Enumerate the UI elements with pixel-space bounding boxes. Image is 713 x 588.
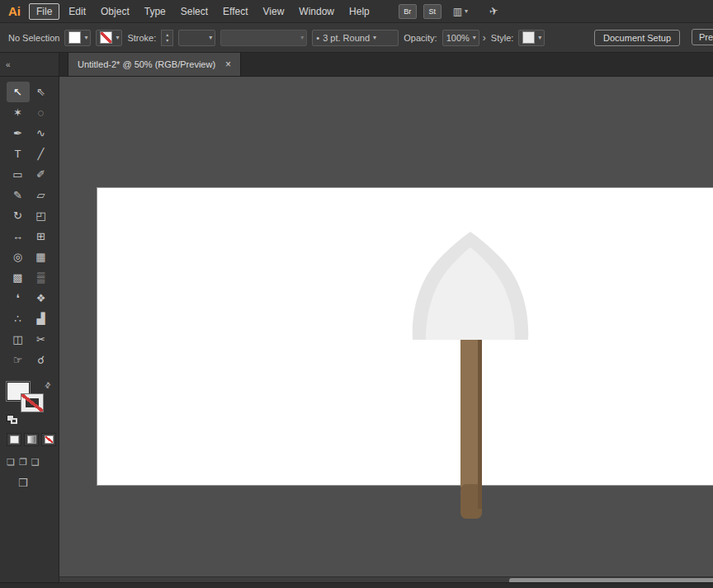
color-button[interactable]	[7, 433, 21, 446]
menu-window[interactable]: Window	[291, 3, 342, 20]
tool-hand-button[interactable]: ☞	[7, 350, 30, 370]
tool-pen-button[interactable]: ✒	[7, 123, 30, 143]
opacity-value: 100%	[446, 33, 470, 43]
tool-scale-button[interactable]: ◰	[30, 205, 53, 226]
pencil-tool-icon: ✎	[13, 189, 22, 201]
slice-tool-icon: ✂	[36, 333, 45, 346]
eraser-tool-icon: ▱	[37, 189, 45, 201]
tool-lasso-button[interactable]: ◌	[30, 102, 53, 123]
tool-perspective-grid-button[interactable]: ▦	[30, 247, 53, 267]
tool-mesh-button[interactable]: ▩	[7, 267, 30, 288]
close-icon[interactable]: ×	[225, 59, 231, 70]
overflow-arrow-icon[interactable]: ›	[483, 32, 486, 44]
artboard-tool-icon: ◫	[12, 333, 22, 346]
document-tab[interactable]: Untitled-2* @ 50% (RGB/Preview) ×	[68, 53, 241, 76]
tool-slice-button[interactable]: ✂	[30, 329, 53, 350]
menu-type[interactable]: Type	[137, 3, 173, 20]
gradient-tool-icon: ▒	[37, 271, 45, 284]
screen-mode-button[interactable]: ❒	[18, 477, 59, 489]
stroke-none-swatch-icon	[100, 31, 112, 44]
shape-builder-tool-icon: ◎	[13, 251, 22, 263]
column-graph-tool-icon: ▟	[37, 313, 45, 325]
stroke-weight-stepper[interactable]: ▴ ▾	[161, 30, 173, 46]
menu-edit[interactable]: Edit	[61, 3, 93, 20]
paintbrush-tool-icon: ✐	[36, 168, 45, 181]
tool-type-button[interactable]: T	[7, 143, 30, 164]
chevron-down-icon: ▾	[300, 34, 304, 41]
workspace-grid-icon: ▥	[453, 6, 462, 17]
menu-help[interactable]: Help	[342, 3, 377, 20]
stock-button[interactable]: St	[423, 4, 441, 19]
tool-gradient-button[interactable]: ▒	[30, 267, 53, 288]
mesh-tool-icon: ▩	[12, 271, 22, 284]
tool-direct-selection-button[interactable]: ⇖	[30, 82, 53, 102]
opacity-label[interactable]: Opacity:	[404, 33, 437, 43]
window-bottom-edge	[0, 582, 713, 588]
gpu-performance-icon[interactable]: ✈	[489, 4, 500, 18]
shovel-artwork[interactable]	[406, 225, 550, 530]
document-setup-button[interactable]: Document Setup	[594, 30, 680, 46]
tool-rotate-button[interactable]: ↻	[7, 205, 30, 226]
control-bar: No Selection ▾ ▾ Stroke: ▴ ▾ ▾ ▾ • 3 pt.…	[0, 23, 713, 53]
menu-view[interactable]: View	[256, 3, 292, 20]
menu-effect[interactable]: Effect	[215, 3, 255, 20]
tools-panel: ↖⇖✶◌✒∿T╱▭✐✎▱↻◰↔⊞◎▦▩▒❛❖∴▟◫✂☞☌ ⇄ ❏ ❐ ❑ ❒	[0, 77, 59, 588]
tool-eyedropper-button[interactable]: ❛	[7, 288, 30, 308]
type-tool-icon: T	[15, 148, 21, 160]
stroke-color-dropdown[interactable]: ▾	[96, 30, 122, 46]
artboard[interactable]	[97, 187, 713, 486]
stroke-indicator[interactable]	[21, 394, 43, 412]
tool-eraser-button[interactable]: ▱	[30, 185, 53, 205]
draw-behind-icon[interactable]: ❐	[19, 457, 27, 468]
fill-color-dropdown[interactable]: ▾	[64, 30, 91, 46]
tool-symbol-sprayer-button[interactable]: ∴	[7, 308, 30, 329]
tool-shape-builder-button[interactable]: ◎	[7, 247, 30, 267]
none-button[interactable]	[41, 433, 56, 446]
tool-selection-button[interactable]: ↖	[7, 82, 30, 102]
preferences-button[interactable]: Preferences	[692, 29, 713, 45]
draw-inside-icon[interactable]: ❑	[31, 457, 40, 468]
gradient-button[interactable]	[24, 433, 39, 446]
chevron-up-icon: ▴	[166, 32, 168, 38]
chevron-down-icon: ▾	[373, 34, 376, 41]
tool-paintbrush-button[interactable]: ✐	[30, 164, 53, 185]
tool-artboard-button[interactable]: ◫	[7, 329, 30, 350]
chevron-down-icon: ▾	[473, 34, 476, 41]
stroke-label[interactable]: Stroke:	[127, 33, 156, 43]
bridge-button[interactable]: Br	[399, 4, 417, 19]
opacity-dropdown[interactable]: 100% ▾	[442, 30, 479, 46]
tool-pencil-button[interactable]: ✎	[7, 185, 30, 205]
menu-file[interactable]: File	[29, 3, 59, 20]
chevron-down-icon: ▾	[209, 34, 212, 41]
canvas[interactable]	[59, 77, 713, 588]
style-dropdown[interactable]: ▾	[518, 30, 545, 46]
brush-definition-dropdown[interactable]: • 3 pt. Round ▾	[312, 30, 399, 46]
direct-selection-tool-icon: ⇖	[36, 86, 45, 98]
menu-bar: Ai File Edit Object Type Select Effect V…	[0, 0, 713, 23]
tool-rectangle-button[interactable]: ▭	[7, 164, 30, 185]
tool-free-transform-button[interactable]: ⊞	[30, 226, 53, 247]
tool-magic-wand-button[interactable]: ✶	[7, 102, 30, 123]
stroke-weight-dropdown[interactable]: ▾	[178, 30, 215, 46]
menu-select[interactable]: Select	[173, 3, 215, 20]
tool-column-graph-button[interactable]: ▟	[30, 308, 53, 329]
tool-zoom-button[interactable]: ☌	[30, 350, 53, 370]
fill-stroke-indicator: ⇄	[7, 382, 53, 425]
zoom-tool-icon: ☌	[37, 354, 45, 366]
shovel-handle-shade	[478, 329, 482, 509]
illustrator-logo-icon: Ai	[8, 4, 21, 18]
tool-width-button[interactable]: ↔	[7, 226, 30, 247]
line-segment-tool-icon: ╱	[38, 148, 45, 160]
tool-line-segment-button[interactable]: ╱	[30, 143, 53, 164]
chevron-down-icon: ▾	[84, 34, 87, 41]
tool-curvature-button[interactable]: ∿	[30, 123, 53, 143]
tool-blend-button[interactable]: ❖	[30, 288, 53, 308]
menu-object[interactable]: Object	[93, 3, 137, 20]
symbol-sprayer-tool-icon: ∴	[14, 313, 21, 325]
draw-normal-icon[interactable]: ❏	[7, 457, 15, 468]
collapse-panel-icon[interactable]: «	[6, 60, 11, 69]
fill-swatch-icon	[68, 31, 81, 44]
none-icon	[45, 435, 54, 444]
workspace-switcher-button[interactable]: ▥ ▾	[453, 6, 468, 17]
swap-fill-stroke-icon[interactable]: ⇄	[43, 380, 53, 390]
